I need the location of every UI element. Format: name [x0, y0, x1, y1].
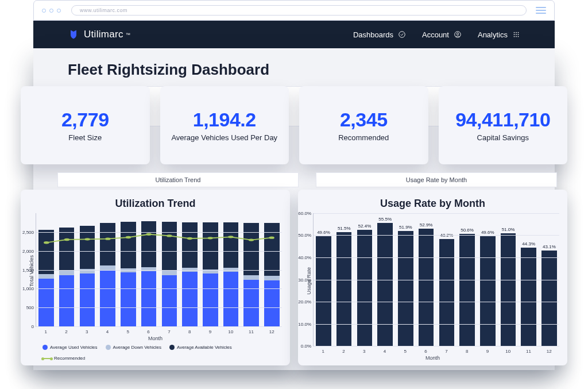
nav-label: Dashboards: [353, 30, 393, 39]
svg-point-20: [207, 237, 212, 239]
svg-point-10: [516, 36, 517, 37]
svg-point-13: [64, 238, 69, 241]
metric-label: Capital Savings: [477, 133, 529, 142]
svg-point-12: [44, 241, 49, 244]
metric-value: 94,411,710: [455, 109, 550, 131]
metric-label: Recommended: [338, 133, 389, 142]
chart-utilization-trend: Utilization Trend Total Vehicles 05001,0…: [21, 190, 290, 365]
svg-point-7: [516, 34, 517, 35]
metric-capital-savings: 94,411,710 Capital Savings: [439, 86, 568, 164]
chart-usage-rate: Usage Rate by Month Usage Rate 0.0%10.0%…: [298, 190, 567, 365]
nav-label: Account: [422, 30, 449, 39]
chart-grid: 0.0%10.0%20.0%30.0%40.0%50.0%60.0% 49.6%…: [313, 213, 559, 346]
metric-recommended: 2,345 Recommended: [299, 86, 428, 164]
chart-strip-title-right: Usage Rate by Month: [316, 172, 557, 187]
legend-item-recommended: Recommended: [42, 356, 85, 361]
dot-icon: [49, 9, 53, 13]
chart-title: Usage Rate by Month: [306, 198, 559, 210]
svg-point-8: [518, 34, 519, 35]
svg-point-5: [518, 32, 519, 33]
dot-icon: [42, 9, 46, 13]
chart-strip-title-left: Utilization Trend: [57, 172, 299, 187]
x-axis: 123456789101112: [36, 329, 282, 334]
brand-name: Utilimarc: [84, 29, 123, 40]
legend-item-used: Average Used Vehicles: [42, 345, 98, 350]
metric-value: 2,779: [61, 109, 109, 131]
brand-logo[interactable]: Utilimarc ™: [68, 29, 130, 40]
svg-point-11: [518, 36, 519, 37]
svg-point-21: [228, 236, 233, 238]
svg-point-4: [516, 32, 517, 33]
nav-account[interactable]: Account: [422, 30, 462, 39]
metric-avg-vehicles: 1,194.2 Average Vehicles Used Per Day: [160, 86, 289, 164]
app-header: Utilimarc ™ Dashboards Account Analytics: [33, 21, 555, 48]
chart-title: Utilization Trend: [29, 198, 282, 210]
svg-point-15: [105, 237, 110, 240]
url-bar[interactable]: www.utilimarc.com: [71, 5, 527, 16]
chart-legend: Average Used Vehicles Average Down Vehic…: [42, 345, 282, 361]
top-nav: Dashboards Account Analytics: [353, 30, 520, 39]
check-circle-icon: [398, 30, 406, 38]
chart-plot: Usage Rate 0.0%10.0%20.0%30.0%40.0%50.0%…: [306, 213, 559, 349]
metric-label: Average Vehicles Used Per Day: [171, 133, 277, 142]
svg-point-3: [514, 32, 515, 33]
browser-chrome: www.utilimarc.com: [33, 0, 555, 21]
svg-point-19: [187, 237, 192, 240]
x-axis: 123456789101112: [313, 349, 559, 354]
url-text: www.utilimarc.com: [80, 7, 127, 13]
svg-point-16: [126, 236, 131, 238]
user-circle-icon: [454, 30, 462, 38]
metrics-row: 2,779 Fleet Size 1,194.2 Average Vehicle…: [21, 86, 567, 164]
svg-point-0: [399, 32, 405, 38]
brand-mark-icon: [68, 29, 79, 40]
svg-point-2: [457, 33, 459, 35]
svg-point-18: [167, 234, 172, 237]
legend-item-down: Average Down Vehicles: [106, 345, 161, 350]
svg-point-9: [514, 36, 515, 37]
nav-label: Analytics: [478, 30, 508, 39]
svg-point-23: [269, 237, 274, 239]
charts-row: Utilization Trend Total Vehicles 05001,0…: [21, 190, 567, 365]
window-dots: [42, 9, 61, 13]
metric-label: Fleet Size: [68, 133, 102, 142]
metric-value: 1,194.2: [193, 109, 256, 131]
nav-analytics[interactable]: Analytics: [478, 30, 520, 39]
x-axis-label: Month: [29, 336, 282, 341]
grid-icon: [512, 30, 520, 38]
x-axis-label: Month: [306, 355, 559, 361]
svg-point-6: [514, 34, 515, 35]
chart-grid: 05001,0001,5002,0002,500: [36, 213, 282, 327]
metric-fleet-size: 2,779 Fleet Size: [21, 86, 150, 164]
dot-icon: [57, 9, 61, 13]
svg-point-17: [146, 233, 151, 236]
legend-item-avail: Average Available Vehicles: [169, 345, 232, 350]
svg-point-22: [249, 238, 254, 241]
chart-plot: Total Vehicles 05001,0001,5002,0002,500: [29, 213, 282, 329]
nav-dashboards[interactable]: Dashboards: [353, 30, 406, 39]
svg-point-14: [84, 238, 90, 240]
metric-value: 2,345: [340, 109, 388, 131]
hamburger-icon[interactable]: [536, 7, 546, 14]
page-title: Fleet Rightsizing Dashboard: [33, 48, 555, 84]
